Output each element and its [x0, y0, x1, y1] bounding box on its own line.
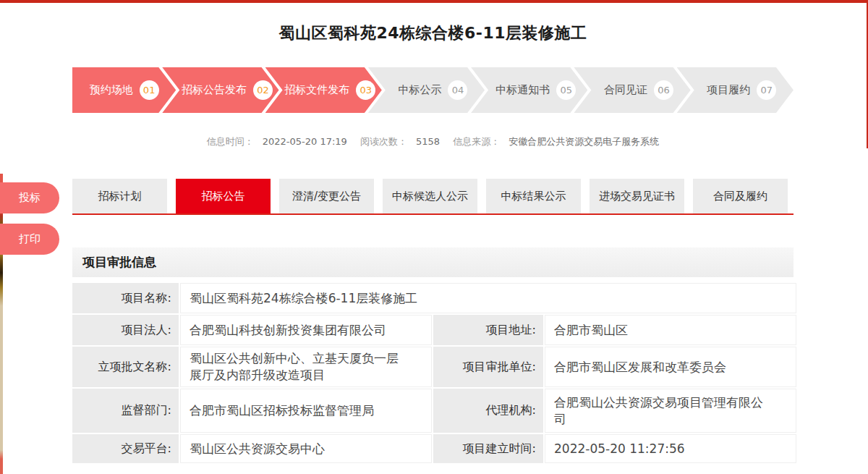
- field-value-legal-person: 合肥蜀山科技创新投资集团有限公司: [180, 315, 432, 345]
- field-value-trading-platform: 蜀山区公共资源交易中心: [180, 434, 432, 463]
- info-source-value: 安徽合肥公共资源交易电子服务系统: [509, 136, 659, 147]
- info-time-label: 信息时间：: [207, 136, 254, 147]
- read-count-value: 5158: [416, 136, 440, 147]
- step-label: 中标通知书: [495, 83, 550, 97]
- bid-button[interactable]: 投标: [0, 182, 59, 213]
- field-value-agency: 合肥蜀山公共资源交易项目管理有限公司: [545, 389, 796, 433]
- step-number-badge: 02: [253, 80, 273, 100]
- field-value-supervision-dept: 合肥市蜀山区招标投标监督管理局: [180, 389, 432, 433]
- step-label: 合同见证: [604, 83, 647, 97]
- step-number-badge: 07: [757, 80, 776, 100]
- field-label-project-create-time: 项目建立时间:: [433, 434, 543, 463]
- step-label: 招标文件发布: [284, 83, 349, 97]
- field-value-project-create-time: 2022-05-20 11:27:56: [545, 434, 796, 463]
- tab-bar: 招标计划 招标公告 澄清/变更公告 中标候选人公示 中标结果公示 进场交易见证书…: [72, 179, 793, 213]
- step-contract-witness[interactable]: 合同见证 06: [574, 67, 690, 113]
- step-reserve-venue[interactable]: 预约场地 01: [72, 67, 176, 113]
- field-label-project-address: 项目地址:: [433, 315, 543, 345]
- step-tender-documents[interactable]: 招标文件发布 03: [265, 67, 382, 113]
- background-image-edge: [0, 174, 3, 474]
- step-award-notice[interactable]: 中标通知书 05: [471, 67, 587, 113]
- tab-contract-performance[interactable]: 合同及履约: [693, 179, 788, 213]
- tab-tender-plan[interactable]: 招标计划: [72, 179, 167, 213]
- step-number-badge: 05: [556, 80, 576, 100]
- step-project-performance[interactable]: 项目履约 07: [677, 67, 793, 113]
- field-label-supervision-dept: 监督部门:: [72, 389, 179, 433]
- field-label-agency: 代理机构:: [433, 389, 543, 433]
- field-label-legal-person: 项目法人:: [72, 315, 179, 345]
- step-label: 预约场地: [90, 83, 133, 97]
- print-button[interactable]: 打印: [0, 224, 59, 255]
- section-title-project-approval: 项目审批信息: [72, 247, 793, 277]
- field-value-approval-doc-name: 蜀山区公共创新中心、立基天厦负一层展厅及内部升级改造项目: [180, 347, 432, 387]
- tab-tender-announcement[interactable]: 招标公告: [176, 179, 271, 213]
- step-number-badge: 01: [140, 80, 159, 100]
- info-time-value: 2022-05-20 17:19: [263, 136, 347, 147]
- step-winner-publicity[interactable]: 中标公示 04: [368, 67, 485, 113]
- progress-steps: 预约场地 01 招标公告发布 02 招标文件发布 03 中标公示 04 中标通知…: [72, 67, 793, 113]
- info-source-label: 信息来源：: [453, 136, 500, 147]
- field-value-approval-unit: 合肥市蜀山区发展和改革委员会: [545, 347, 796, 387]
- field-label-project-name: 项目名称:: [72, 283, 179, 313]
- tab-underline: [72, 213, 793, 215]
- read-count-label: 阅读次数：: [360, 136, 407, 147]
- tab-clarification-change[interactable]: 澄清/变更公告: [279, 179, 374, 213]
- field-value-project-address: 合肥市蜀山区: [545, 315, 796, 345]
- tab-candidate-publicity[interactable]: 中标候选人公示: [383, 179, 477, 213]
- field-label-approval-doc-name: 立项批文名称:: [72, 347, 179, 387]
- tab-result-publicity[interactable]: 中标结果公示: [486, 179, 581, 213]
- field-label-approval-unit: 项目审批单位:: [433, 347, 543, 387]
- field-label-trading-platform: 交易平台:: [72, 434, 179, 463]
- step-label: 招标公告发布: [182, 83, 247, 97]
- page-title: 蜀山区蜀科苑24栋综合楼6-11层装修施工: [72, 0, 793, 44]
- step-label: 项目履约: [707, 83, 750, 97]
- info-meta-line: 信息时间：2022-05-20 17:19 阅读次数：5158 信息来源：安徽合…: [72, 135, 793, 148]
- step-number-badge: 04: [448, 80, 467, 100]
- field-value-project-name: 蜀山区蜀科苑24栋综合楼6-11层装修施工: [180, 283, 796, 313]
- project-approval-table: 项目名称: 蜀山区蜀科苑24栋综合楼6-11层装修施工 项目法人: 合肥蜀山科技…: [72, 283, 793, 463]
- step-tender-announcement[interactable]: 招标公告发布 02: [162, 67, 278, 113]
- main-content: 蜀山区蜀科苑24栋综合楼6-11层装修施工 预约场地 01 招标公告发布 02 …: [72, 0, 793, 463]
- step-label: 中标公示: [398, 83, 441, 97]
- tab-entry-certificate[interactable]: 进场交易见证书: [590, 179, 684, 213]
- step-number-badge: 03: [356, 80, 375, 100]
- step-number-badge: 06: [654, 80, 673, 100]
